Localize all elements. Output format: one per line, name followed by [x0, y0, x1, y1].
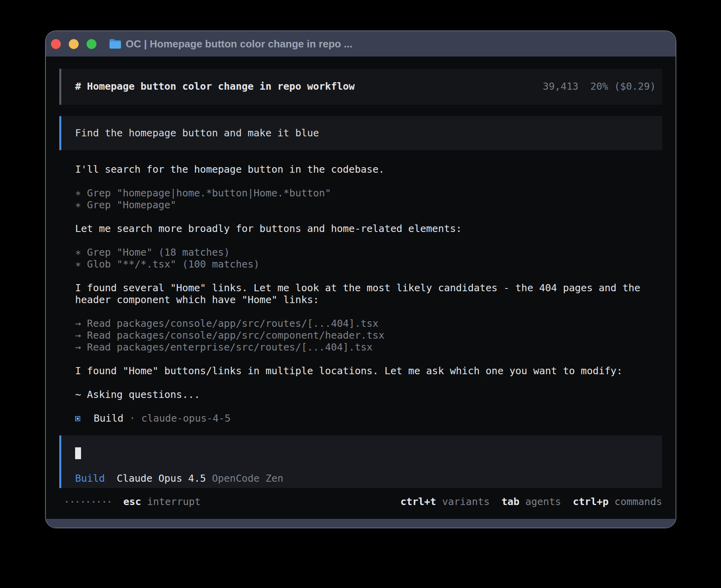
shortcut-commands: ctrl+pcommands [573, 496, 662, 508]
minimize-button[interactable] [69, 39, 79, 49]
model-line: Build Claude Opus 4.5 OpenCode Zen [75, 473, 656, 484]
input-provider: OpenCode Zen [206, 473, 283, 484]
titlebar[interactable]: OC | Homepage button color change in rep… [46, 31, 676, 57]
shortcut-hints: ctrl+tvariantstabagentsctrl+pcommands [400, 496, 662, 508]
tool-call-line: → Read packages/console/app/src/routes/[… [75, 318, 656, 330]
shortcut-esc: escinterrupt [123, 496, 201, 508]
terminal-window: OC | Homepage button color change in rep… [45, 30, 676, 528]
assistant-text: I found "Home" buttons/links in multiple… [75, 365, 656, 377]
session-header: # Homepage button color change in repo w… [59, 69, 662, 105]
activity-dots [66, 501, 110, 503]
tool-call-line: → Read packages/enterprise/src/routes/[.… [75, 341, 656, 353]
agent-line: Build · claude-opus-4-5 [75, 413, 662, 424]
tool-calls: ∗ Grep "homepage|home.*button|Home.*butt… [75, 187, 656, 211]
tool-calls: → Read packages/console/app/src/routes/[… [75, 318, 656, 353]
tool-call-line: → Read packages/console/app/src/componen… [75, 330, 656, 341]
tool-call-line: ∗ Grep "Home" (18 matches) [75, 247, 656, 258]
user-message-text: Find the homepage button and make it blu… [75, 127, 319, 139]
user-message: Find the homepage button and make it blu… [59, 116, 662, 150]
agent-model: · claude-opus-4-5 [123, 413, 230, 424]
terminal-content: # Homepage button color change in repo w… [46, 57, 676, 519]
input-mode: Build [75, 473, 105, 484]
shortcut-variants: ctrl+tvariants [400, 496, 490, 508]
assistant-text: Let me search more broadly for buttons a… [75, 223, 656, 235]
tool-call-line: ∗ Glob "**/*.tsx" (100 matches) [75, 258, 656, 270]
tool-calls: ∗ Grep "Home" (18 matches)∗ Glob "**/*.t… [75, 247, 656, 270]
session-stats: 39,41320% ($0.29) [543, 81, 656, 92]
session-title: # Homepage button color change in repo w… [75, 81, 355, 92]
zoom-button[interactable] [87, 39, 96, 49]
text-cursor [75, 447, 81, 459]
window-bottom-bar [46, 519, 676, 528]
context-cost: 20% ($0.29) [590, 81, 656, 92]
input-model: Claude Opus 4.5 [105, 473, 206, 484]
window-title: OC | Homepage button color change in rep… [126, 38, 353, 50]
tool-call-line: ∗ Grep "homepage|home.*button|Home.*butt… [75, 187, 656, 199]
status-bar: escinterrupt ctrl+tvariantstabagentsctrl… [59, 496, 662, 508]
prompt-input[interactable]: Build Claude Opus 4.5 OpenCode Zen [59, 435, 662, 488]
tool-call-line: ∗ Grep "Homepage" [75, 199, 656, 211]
assistant-text: I'll search for the homepage button in t… [75, 164, 656, 175]
agent-name: Build [94, 413, 123, 424]
agent-icon [75, 416, 80, 421]
shortcut-agents: tabagents [502, 496, 561, 508]
assistant-status: ~ Asking questions... [75, 389, 656, 401]
token-count: 39,413 [543, 81, 578, 92]
assistant-text: I found several "Home" links. Let me loo… [75, 282, 656, 306]
close-button[interactable] [51, 39, 61, 49]
folder-icon [109, 39, 121, 49]
